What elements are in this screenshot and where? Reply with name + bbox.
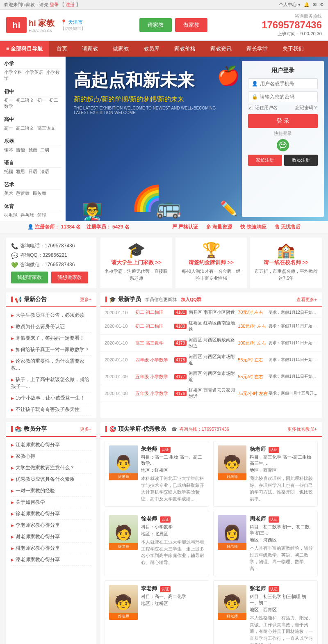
- remember-me-label[interactable]: ✓ 记住用户名: [248, 105, 278, 111]
- teacher-card-5[interactable]: 🧒 好老师 李老师 认证 科目：高一、高二化学 地区：红桥区: [105, 580, 209, 644]
- teacher-register-button[interactable]: 教员注册: [284, 155, 318, 166]
- sidebar-item-piano[interactable]: 钢琴: [4, 147, 13, 152]
- sidebar-category-chuzhong: 初中 初一 初二语文 初一 初二数学: [0, 84, 65, 112]
- share-item[interactable]: 柑老师家教心得分享: [11, 543, 91, 554]
- ann-item[interactable]: 论家教的重要性，为什么需要家教...: [11, 356, 91, 374]
- header-zuojia-button[interactable]: 做家教: [175, 18, 207, 32]
- ann-item[interactable]: 15个小故事，让小孩受益一生！: [11, 393, 91, 404]
- share-item[interactable]: 徐老师家教心得分享: [11, 508, 91, 520]
- teacher-card-3[interactable]: 🧑 好老师 徐老师 认证 科目：小学数学 地区：北辰区 本人就读在工业大学能源与…: [105, 511, 209, 576]
- nav-all-subjects[interactable]: ≡ 全部科目导航: [0, 41, 49, 57]
- nav-item-zixun[interactable]: 家教资讯: [203, 41, 239, 57]
- promo-title-1[interactable]: 请大学生上门家教 >>: [105, 259, 168, 266]
- nav-item-jiaoyuan[interactable]: 教员库: [136, 41, 167, 57]
- news-item-4[interactable]: 2020-01-10 四年级 小学数学 4178 河西区 河西区集市场附近 55…: [100, 352, 322, 368]
- nav-item-xuetang[interactable]: 家长学堂: [239, 41, 275, 57]
- sidebar-item-gaozhong-1[interactable]: 高一: [4, 126, 13, 130]
- nav-item-jiage[interactable]: 家教价格: [167, 41, 203, 57]
- ann-more-link[interactable]: 更多+: [80, 297, 91, 303]
- news-item-1[interactable]: 2020-01-10 初二 初二物理 4181 南开区 南开区小区附近 70元/…: [100, 307, 322, 318]
- share-item[interactable]: 一对一家教的经验: [11, 485, 91, 497]
- password-input[interactable]: [260, 94, 314, 100]
- news-item-5[interactable]: 2020-01-09 五年级 小学数学 4177 河西区 河西区集市场附近 55…: [100, 368, 322, 385]
- teacher-card-6[interactable]: 🧒 好老师 张老师 认证 科目：初三化学 初三物理 初一、初二... 地区：西青…: [213, 580, 318, 644]
- promo-title-2[interactable]: 请签约金牌训师 >>: [180, 259, 243, 266]
- teachers-more-link[interactable]: 更多优秀教员+: [287, 426, 317, 432]
- share-item[interactable]: 优秀教员应该具备什么素质: [11, 474, 91, 485]
- register-link[interactable]: 注册: [66, 2, 75, 7]
- message-icon[interactable]: ✉: [313, 2, 317, 7]
- news-item-6[interactable]: 2020-01-08 五年级 小学数学 4176 红桥区 西青道云云家园附近 7…: [100, 385, 322, 402]
- sidebar-item-toefl[interactable]: 托福: [4, 169, 13, 174]
- username-input[interactable]: [260, 81, 314, 87]
- share-more-link[interactable]: 更多+: [80, 426, 91, 432]
- forgot-password-link[interactable]: 忘记密码？: [295, 105, 318, 111]
- sidebar-item-ielts[interactable]: 雅思: [16, 169, 25, 174]
- login-link[interactable]: 登录: [50, 2, 59, 7]
- share-item[interactable]: 江老师家教心得分享: [11, 439, 91, 451]
- news-item-2[interactable]: 2020-01-10 初二 初二物理 4180 红桥区 红桥区西南道地铁 130…: [100, 318, 322, 335]
- svg-point-1: [281, 144, 282, 145]
- user-center-link[interactable]: 个人中心 ▾: [279, 2, 301, 8]
- settings-icon[interactable]: ⚙: [320, 2, 324, 7]
- teacher-info-2: 杨老师 认证 科目：高三化学 高一-高二生物 高三生... 地区：西青区 我比较…: [250, 445, 313, 502]
- promo-title-3[interactable]: 请一线在校名师 >>: [254, 259, 318, 266]
- password-field[interactable]: 🔒: [248, 91, 318, 102]
- sidebar-item-pipa[interactable]: 琵琶: [28, 147, 37, 152]
- sidebar-item-badminton[interactable]: 羽毛球: [4, 212, 18, 217]
- sidebar-item-chuzhong-1[interactable]: 初一: [4, 98, 13, 103]
- contact-zuojia-button[interactable]: 我想做家教: [51, 272, 88, 283]
- city-sub[interactable]: 【切换城市】: [61, 26, 85, 32]
- contact-promos-row: 📞 咨询电话：17695787436 💬 咨询QQ：329866221 💚 咨询…: [6, 238, 322, 288]
- header-qingjia-button[interactable]: 请家教: [139, 18, 172, 32]
- sidebar-item-chuzhong-2[interactable]: 初一: [37, 98, 46, 103]
- contact-qingjia-button[interactable]: 我想请家教: [11, 272, 48, 283]
- sidebar-item-ballet[interactable]: 芭蕾舞: [16, 191, 30, 196]
- sidebar-item-gaozhong-chinese3[interactable]: 高三语文: [37, 126, 55, 130]
- share-item[interactable]: 关于如何教学: [11, 497, 91, 508]
- username-field[interactable]: 👤: [248, 78, 318, 89]
- parent-register-button[interactable]: 家长注册: [248, 155, 282, 166]
- ann-item[interactable]: 不让孩子玩奇奇害孩子杀天性: [11, 404, 91, 416]
- sidebar-item-chuzhong-chinese[interactable]: 初二语文: [16, 98, 34, 103]
- nav-item-home[interactable]: 首页: [49, 41, 75, 57]
- teacher-card-4[interactable]: 👩 好老师 周老师 认证 科目：初二数学 初一、初二数学 初三... 地区：河西…: [213, 511, 318, 576]
- user-icon: 👤: [252, 81, 258, 87]
- sidebar-item-art[interactable]: 美术: [4, 191, 13, 196]
- wechat-login-icon[interactable]: [277, 139, 289, 151]
- share-item[interactable]: 谢老师家教心得分享: [11, 531, 91, 543]
- notification-icon[interactable]: 🔔: [304, 2, 310, 7]
- sidebar-item-xiaoxue-quanke[interactable]: 小学全科: [4, 70, 22, 75]
- share-item[interactable]: 漆老师家教心得分享: [11, 554, 91, 566]
- teacher-card-1[interactable]: 👨 好老师 朱老师 认证 科目：高一二 生物 高一、高二数学... 地区：红桥区…: [105, 441, 209, 507]
- ann-item[interactable]: 如何给孩子真正一对一家教数学？: [11, 344, 91, 356]
- sidebar-item-gaozhong-chinese2[interactable]: 高二语文: [16, 126, 34, 130]
- sidebar-item-basketball[interactable]: 篮球: [37, 212, 46, 217]
- sidebar-item-folk-dance[interactable]: 民族舞: [33, 191, 46, 196]
- share-item[interactable]: 大学生做家教要注意什么？: [11, 462, 91, 474]
- teacher-card-2[interactable]: 🧒 好老师 杨老师 认证 科目：高三化学 高一-高二生物 高三生... 地区：西…: [213, 441, 318, 507]
- sidebar: 小学 小学全科 小学英语 小学数学 初中 初一 初二语文 初一 初二数学 高中 …: [0, 57, 66, 221]
- nav-item-zuojia[interactable]: 做家教: [105, 41, 136, 57]
- nav-item-qingjia[interactable]: 请家教: [75, 41, 105, 57]
- remember-checkbox[interactable]: ✓: [248, 105, 253, 110]
- sidebar-item-french[interactable]: 法语: [40, 169, 49, 174]
- share-item[interactable]: 李老师家教心得分享: [11, 520, 91, 531]
- ann-item[interactable]: 孩子，上了高中就该怎么做，就给孩子一...: [11, 374, 91, 393]
- ann-item[interactable]: 寒假要来了，签妈妈一定要看！: [11, 333, 91, 344]
- ann-item[interactable]: 大学生教员注册公告，必须必读: [11, 310, 91, 321]
- nav-item-about[interactable]: 关于我们: [275, 41, 311, 57]
- sidebar-item-guitar[interactable]: 吉他: [16, 147, 25, 152]
- news-item-3[interactable]: 2020-01-10 高三 高三数学 4179 河西区 河西区解放南路附近 10…: [100, 335, 322, 352]
- share-item[interactable]: 家教心得: [11, 451, 91, 462]
- news-more-link[interactable]: 查看更多+: [296, 297, 317, 303]
- ann-item[interactable]: 教员为什么要身份认证: [11, 321, 91, 333]
- top-bar-right: 个人中心 ▾ 🔔 ✉ ⚙: [279, 2, 324, 8]
- qq-group-link[interactable]: 加入QQ群: [181, 297, 201, 303]
- sidebar-item-erhu[interactable]: 二胡: [40, 147, 49, 152]
- sidebar-item-xiaoxue-english[interactable]: 小学英语: [25, 70, 43, 75]
- sidebar-item-japanese[interactable]: 日语: [28, 169, 37, 174]
- sidebar-item-pingpong[interactable]: 乒乓球: [20, 212, 34, 217]
- quick-login-label: 快捷登录: [248, 130, 318, 137]
- login-button[interactable]: 登 录: [248, 114, 318, 128]
